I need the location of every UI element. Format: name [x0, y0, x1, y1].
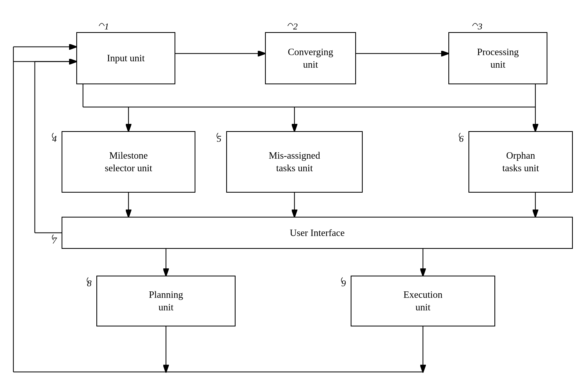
- user-interface-box: User Interface: [62, 217, 573, 249]
- planning-unit-num: 8: [87, 278, 92, 288]
- user-interface-label: User Interface: [290, 227, 345, 239]
- processing-unit-num: 3: [478, 21, 482, 32]
- planning-unit-label: Planningunit: [149, 288, 183, 314]
- execution-unit-num: 9: [341, 278, 346, 288]
- planning-unit-box: Planningunit: [96, 276, 236, 326]
- orphan-tasks-num: 6: [459, 134, 464, 144]
- misassigned-tasks-box: Mis-assignedtasks unit: [226, 131, 363, 193]
- milestone-selector-box: Milestoneselector unit: [62, 131, 195, 193]
- input-unit-num: 1: [104, 21, 109, 32]
- misassigned-tasks-label: Mis-assignedtasks unit: [269, 149, 320, 174]
- orphan-tasks-box: Orphantasks unit: [468, 131, 573, 193]
- user-interface-num: 7: [52, 235, 57, 246]
- orphan-tasks-label: Orphantasks unit: [502, 149, 539, 174]
- input-unit-box: Input unit: [76, 32, 175, 84]
- converging-unit-num: 2: [293, 21, 298, 32]
- converging-unit-box: Convergingunit: [265, 32, 356, 84]
- execution-unit-box: Executionunit: [351, 276, 495, 326]
- converging-unit-label: Convergingunit: [288, 46, 333, 71]
- misassigned-tasks-num: 5: [217, 134, 221, 144]
- execution-unit-label: Executionunit: [403, 288, 442, 314]
- milestone-selector-label: Milestoneselector unit: [105, 149, 152, 174]
- processing-unit-box: Processingunit: [448, 32, 547, 84]
- processing-unit-label: Processingunit: [477, 46, 519, 71]
- input-unit-label: Input unit: [107, 52, 145, 64]
- diagram: Input unit 1 Convergingunit 2 Processing…: [0, 0, 579, 392]
- milestone-selector-num: 4: [52, 134, 57, 144]
